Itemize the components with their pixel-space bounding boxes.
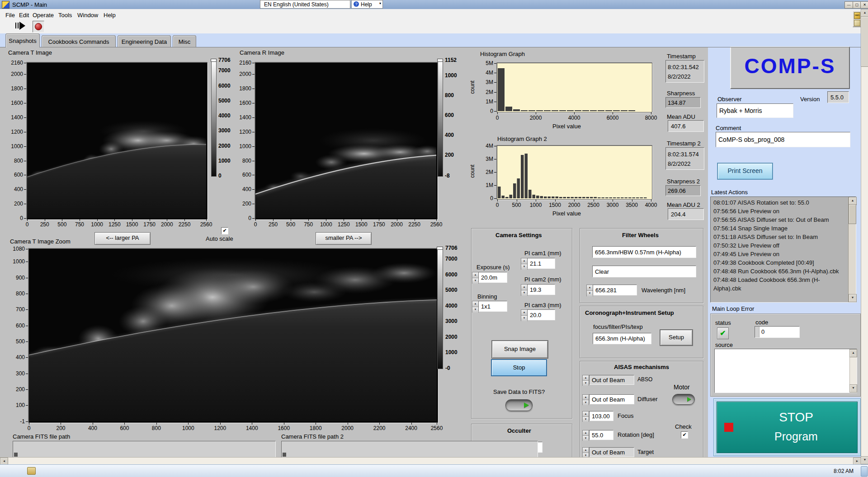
binning-field[interactable]: 1x1 — [478, 301, 507, 312]
pi-cam2-spinner[interactable]: ▲▼ — [521, 284, 528, 296]
pi-cam2-field[interactable]: 19.3 — [527, 284, 555, 295]
save-fits-toggle[interactable] — [505, 399, 533, 411]
list-item[interactable]: 08:01:07 AISAS Rotation set to: 55.0 — [713, 198, 839, 207]
motor-toggle[interactable] — [672, 394, 695, 405]
histogram2-plot[interactable] — [497, 145, 652, 200]
source-textarea[interactable]: ▲ ▼ — [714, 349, 857, 393]
pi-cam1-field[interactable]: 21.1 — [527, 258, 555, 269]
exposure-spinner[interactable]: ▲▼ — [472, 272, 479, 284]
target-spinner[interactable]: ▲▼ — [582, 447, 589, 458]
scroll-up-icon[interactable]: ▲ — [849, 349, 857, 357]
stop-button[interactable]: Stop — [491, 359, 547, 376]
camera-r-plot[interactable] — [255, 62, 438, 220]
fits-path2-field[interactable] — [281, 441, 538, 458]
horizontal-scrollbar[interactable]: ◄ ► — [0, 457, 861, 465]
snap-image-button[interactable]: Snap Image — [491, 340, 548, 359]
diffuser-field[interactable]: Out of Beam — [589, 394, 634, 404]
list-item[interactable]: 07:50:32 Live Preview off — [713, 241, 839, 250]
run-button[interactable] — [15, 22, 27, 31]
tick-mark — [379, 219, 379, 221]
chevron-down-icon[interactable]: ▾ — [379, 1, 381, 5]
stop-program-button[interactable]: STOP Program — [713, 398, 861, 456]
focus-field[interactable]: 103.00 — [589, 411, 613, 421]
menu-window[interactable]: Window — [75, 11, 100, 19]
quick-launch-folder-icon[interactable] — [27, 467, 36, 475]
auto-scale-checkbox[interactable]: ✔ — [221, 227, 228, 234]
abso-field[interactable]: Out of Beam — [589, 375, 634, 385]
focus-spinner[interactable]: ▲▼ — [582, 411, 589, 422]
camera-r-colorbar[interactable] — [438, 60, 443, 177]
list-item[interactable]: 07:49:45 Live Preview on — [713, 250, 839, 258]
wavelength-field[interactable]: 656.281 — [593, 285, 637, 295]
setup-button[interactable]: Setup — [660, 329, 693, 346]
filter-wheel2-field[interactable]: Clear — [592, 266, 696, 277]
print-screen-button[interactable]: Print Screen — [717, 163, 773, 179]
source-label: source — [715, 341, 733, 348]
smaller-pa-button[interactable]: smaller PA --> — [316, 232, 372, 245]
menu-tools[interactable]: Tools — [57, 11, 74, 19]
histogram1-plot[interactable] — [497, 63, 652, 112]
list-item[interactable]: 07:56:14 Snap Single Image — [713, 224, 839, 233]
scroll-down-icon[interactable]: ▼ — [849, 384, 857, 393]
pi-cam3-field[interactable]: 20.0 — [527, 309, 555, 320]
fits-path1-field[interactable] — [13, 441, 276, 458]
menu-operate[interactable]: Operate — [31, 11, 56, 19]
list-item[interactable]: 07:56:55 AISAS Diffuser set to: Out of B… — [713, 215, 839, 224]
menu-file[interactable]: File — [4, 11, 17, 19]
show-desktop-button[interactable] — [861, 466, 868, 477]
camera-zoom-colorbar[interactable] — [437, 248, 443, 369]
camera-t-plot[interactable] — [27, 62, 208, 220]
path-browse-icon[interactable] — [283, 453, 286, 457]
status-led[interactable]: ✔ — [717, 327, 729, 339]
vertical-scrollbar[interactable]: ▲ ▼ — [861, 9, 868, 464]
menu-edit[interactable]: Edit — [17, 11, 31, 19]
scroll-down-icon[interactable]: ▼ — [861, 456, 868, 464]
tab-engineering-data[interactable]: Engineering Data — [118, 35, 171, 47]
rotation-field[interactable]: 55.0 — [589, 430, 613, 440]
observer-input[interactable]: Rybak + Morris — [717, 103, 793, 118]
tab-misc[interactable]: Misc — [173, 35, 196, 47]
tab-cookbooks-commands[interactable]: Cookbooks Commands — [42, 35, 116, 47]
list-item[interactable]: 07:56:56 Live Preview on — [713, 207, 839, 215]
scroll-down-icon[interactable]: ▼ — [849, 294, 857, 302]
list-item[interactable]: 07:51:18 AISAS Diffuser set to: In Beam — [713, 233, 839, 241]
pi-cam1-spinner[interactable]: ▲▼ — [521, 258, 528, 270]
close-button[interactable]: ✕ — [860, 1, 868, 9]
rotation-spinner[interactable]: ▲▼ — [582, 430, 589, 441]
source-scrollbar[interactable]: ▲ ▼ — [849, 349, 857, 393]
list-item[interactable]: 07:48:48 Run Cookbook 656.3nm (H-Alpha).… — [713, 267, 839, 276]
camera-t-colorbar[interactable] — [211, 60, 217, 177]
abso-spinner[interactable]: ▲▼ — [582, 375, 589, 386]
histogram1-title: Histogram Graph — [480, 51, 525, 57]
pi-cam3-spinner[interactable]: ▲▼ — [521, 309, 528, 321]
binning-spinner[interactable]: ▲▼ — [472, 301, 479, 313]
check-checkbox[interactable]: ✔ — [681, 431, 688, 439]
wavelength-spinner[interactable]: ▲▼ — [586, 285, 593, 296]
tab-snapshots[interactable]: Snapshots — [5, 33, 40, 47]
list-item[interactable]: 07:48:48 Loaded Cookbook 656.3nm (H-Alph… — [713, 276, 839, 293]
code-field[interactable]: 0 — [755, 326, 800, 338]
camera-r-colorbar-labels: 11521000800600400200-8 — [443, 60, 466, 176]
camera-zoom-plot[interactable] — [28, 248, 438, 423]
larger-pa-button[interactable]: <-- larger PA — [94, 232, 151, 245]
diffuser-spinner[interactable]: ▲▼ — [582, 394, 589, 405]
comment-input[interactable]: CoMP-S obs_prog_008 — [716, 132, 850, 147]
preset-field[interactable]: 656.3nm (H-Alpha) — [593, 333, 651, 344]
filter-wheel1-field[interactable]: 656.3nm/HBW 0.57nm (H-Alpha) — [592, 246, 696, 258]
exposure-field[interactable]: 20.0m — [478, 272, 507, 283]
abort-button[interactable] — [33, 21, 44, 33]
latest-actions-list[interactable]: 08:01:07 AISAS Rotation set to: 55.0 07:… — [710, 196, 856, 303]
language-bar[interactable]: EN English (United States) — [260, 0, 350, 9]
help-toolbar[interactable]: ? Help ▾ — [351, 0, 383, 9]
target-field[interactable]: Out of Beam — [589, 447, 634, 457]
minimize-button[interactable]: — — [844, 1, 853, 9]
list-item[interactable]: 07:49:38 Cookbook Completed [00:49] — [713, 258, 839, 267]
menu-help[interactable]: Help — [102, 11, 118, 19]
code-spinner-strip[interactable] — [755, 327, 760, 337]
path-browse-icon[interactable] — [14, 453, 18, 457]
scroll-thumb[interactable] — [849, 204, 856, 224]
taskbar-clock[interactable]: 8:02 AM — [834, 468, 854, 474]
list-scrollbar[interactable]: ▲ ▼ — [848, 197, 856, 302]
scroll-thumb[interactable] — [861, 16, 868, 67]
vi-icon[interactable]: MAIN — [853, 11, 862, 27]
